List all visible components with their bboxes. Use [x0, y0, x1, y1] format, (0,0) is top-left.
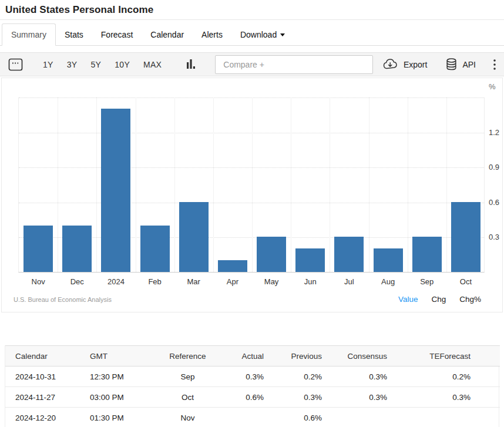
range-button-max[interactable]: MAX — [143, 60, 162, 69]
table-row[interactable]: 2024-10-3112:30 PMSep0.3%0.2%0.3%0.2% — [5, 367, 500, 387]
date-range-calendar-button[interactable] — [8, 58, 23, 71]
x-gridline — [408, 97, 408, 272]
api-button[interactable]: API — [446, 58, 476, 70]
bar-chart-icon — [186, 59, 196, 70]
y-tick-label: 1.2 — [489, 128, 504, 137]
column-header-previous: Previous — [280, 346, 342, 367]
table-cell: Sep — [151, 367, 224, 387]
table-cell: 03:00 PM — [88, 387, 151, 408]
page-header: United States Personal Income — [0, 0, 504, 20]
tab-alerts[interactable]: Alerts — [193, 24, 231, 45]
column-header-teforecast: TEForecast — [411, 346, 500, 367]
x-tick-label: Feb — [136, 277, 174, 286]
x-gridline — [96, 97, 97, 272]
chevron-down-icon — [280, 33, 285, 36]
tab-label: Alerts — [201, 30, 223, 39]
chart-mode-link-chg[interactable]: Chg% — [459, 295, 481, 304]
toolbar-right-group: Export API — [382, 58, 496, 70]
bar-oct[interactable] — [451, 202, 481, 272]
tab-forecast[interactable]: Forecast — [92, 24, 142, 45]
table-cell: 0.3% — [280, 387, 342, 408]
calendar-table: CalendarGMTReferenceActualPreviousConsen… — [5, 345, 500, 427]
column-header-calendar: Calendar — [5, 346, 88, 367]
chart-mode-link-value[interactable]: Value — [398, 295, 418, 304]
chart-mode-links: ValueChgChg% — [398, 295, 481, 304]
tab-stats[interactable]: Stats — [56, 24, 92, 45]
page-title: United States Personal Income — [5, 4, 499, 16]
tab-label: Stats — [65, 30, 83, 39]
calendar-icon — [8, 58, 23, 71]
table-cell: 0.3% — [342, 367, 411, 387]
x-tick-label: 2024 — [96, 277, 135, 286]
cloud-download-icon — [382, 59, 398, 70]
tab-bar: SummaryStatsForecastCalendarAlertsDownlo… — [0, 20, 504, 46]
y-tick-label: 0.9 — [489, 163, 504, 172]
x-tick-label: Dec — [58, 277, 96, 286]
table-cell — [411, 408, 500, 427]
table-cell: 0.6% — [224, 387, 280, 408]
table-cell: 0.6% — [280, 408, 342, 427]
x-tick-label: Mar — [174, 277, 213, 286]
x-tick-label: Nov — [19, 277, 58, 286]
table-cell — [342, 408, 411, 427]
bar-dec[interactable] — [62, 226, 92, 272]
x-gridline — [252, 97, 253, 272]
x-tick-label: Jun — [291, 277, 330, 286]
calendar-table-container: CalendarGMTReferenceActualPreviousConsen… — [5, 345, 499, 427]
bar-jul[interactable] — [334, 237, 364, 272]
more-options-button[interactable] — [493, 59, 496, 70]
tab-calendar[interactable]: Calendar — [142, 24, 193, 45]
x-tick-label: Jul — [330, 277, 368, 286]
chart-card: NovDec2024FebMarAprMayJunJulAugSepOct0.3… — [1, 78, 503, 312]
range-button-5y[interactable]: 5Y — [90, 60, 101, 69]
x-tick-label: Sep — [408, 277, 446, 286]
bar-feb[interactable] — [140, 226, 170, 272]
bar-sep[interactable] — [412, 237, 442, 272]
table-cell: 12:30 PM — [88, 367, 151, 387]
tab-download[interactable]: Download — [231, 24, 294, 45]
column-header-actual: Actual — [224, 346, 280, 367]
calendar-table-head: CalendarGMTReferenceActualPreviousConsen… — [5, 346, 500, 367]
chart-footer: U.S. Bureau of Economic Analysis ValueCh… — [14, 295, 481, 304]
source-attribution: U.S. Bureau of Economic Analysis — [14, 296, 112, 303]
y-gridline — [19, 97, 484, 98]
tab-label: Download — [240, 30, 277, 39]
bar-jun[interactable] — [295, 248, 325, 272]
y-gridline — [19, 167, 484, 168]
database-icon — [446, 58, 457, 70]
table-row[interactable]: 2024-12-2001:30 PMNov0.6% — [5, 408, 500, 427]
x-gridline — [330, 97, 330, 272]
compare-input[interactable] — [215, 55, 373, 74]
y-axis-unit-label: % — [489, 82, 504, 91]
chart-type-button[interactable] — [186, 59, 196, 70]
x-tick-label: Apr — [213, 277, 252, 286]
table-cell: 0.2% — [280, 367, 342, 387]
api-label: API — [462, 60, 476, 69]
x-gridline — [369, 97, 369, 272]
export-button[interactable]: Export — [382, 59, 427, 70]
table-row[interactable]: 2024-11-2703:00 PMOct0.6%0.3%0.3%0.3% — [5, 387, 500, 408]
x-gridline — [446, 97, 447, 272]
column-header-gmt: GMT — [88, 346, 151, 367]
bar-apr[interactable] — [218, 260, 247, 272]
bar-nov[interactable] — [23, 226, 53, 272]
x-gridline — [58, 97, 58, 272]
bar-mar[interactable] — [179, 202, 209, 272]
x-tick-label: May — [252, 277, 291, 286]
range-button-3y[interactable]: 3Y — [67, 60, 78, 69]
chart-toolbar: 1Y3Y5Y10YMAX Export — [0, 52, 504, 76]
range-button-1y[interactable]: 1Y — [43, 60, 53, 69]
table-cell: 2024-12-20 — [5, 408, 88, 427]
bar-may[interactable] — [257, 237, 286, 272]
table-header-row: CalendarGMTReferenceActualPreviousConsen… — [5, 346, 500, 367]
tab-summary[interactable]: Summary — [2, 23, 56, 46]
bar-2024[interactable] — [101, 109, 130, 272]
chart-mode-link-chg[interactable]: Chg — [431, 295, 446, 304]
column-header-reference: Reference — [151, 346, 224, 367]
bar-aug[interactable] — [374, 248, 403, 272]
tab-label: Summary — [11, 30, 46, 39]
x-gridline — [136, 97, 136, 272]
tab-label: Forecast — [101, 30, 133, 39]
range-button-10y[interactable]: 10Y — [115, 60, 130, 69]
x-tick-label: Oct — [446, 277, 485, 286]
